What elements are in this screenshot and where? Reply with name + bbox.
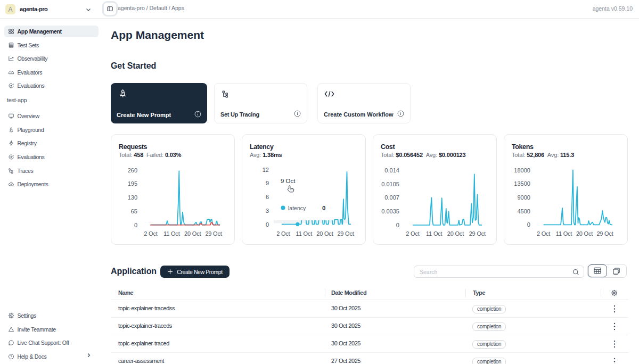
svg-text:0: 0	[396, 222, 399, 228]
svg-text:9: 9	[266, 180, 269, 186]
svg-text:4500: 4500	[517, 208, 530, 214]
svg-text:260: 260	[128, 167, 137, 173]
svg-text:0.0035: 0.0035	[381, 208, 399, 214]
svg-text:2 Oct: 2 Oct	[406, 230, 419, 237]
svg-text:2 Oct: 2 Oct	[144, 230, 157, 237]
svg-text:29 Oct: 29 Oct	[205, 230, 222, 237]
svg-text:2 Oct: 2 Oct	[537, 230, 550, 237]
svg-text:11 Oct: 11 Oct	[296, 230, 313, 237]
svg-text:195: 195	[128, 180, 137, 187]
svg-text:20 Oct: 20 Oct	[316, 230, 333, 237]
svg-text:0.0105: 0.0105	[381, 181, 399, 187]
svg-text:20 Oct: 20 Oct	[576, 230, 593, 237]
svg-text:latency: latency	[288, 205, 306, 211]
svg-text:130: 130	[128, 194, 137, 201]
svg-text:0: 0	[134, 222, 137, 228]
svg-text:11 Oct: 11 Oct	[556, 230, 572, 237]
svg-text:29 Oct: 29 Oct	[596, 230, 613, 237]
svg-text:18000: 18000	[514, 167, 530, 173]
svg-text:11 Oct: 11 Oct	[163, 230, 180, 237]
svg-text:3: 3	[266, 208, 269, 214]
svg-text:13500: 13500	[514, 180, 530, 187]
svg-text:29 Oct: 29 Oct	[469, 230, 486, 237]
svg-text:0.007: 0.007	[384, 194, 399, 201]
svg-text:65: 65	[131, 208, 137, 214]
svg-text:0: 0	[527, 221, 530, 228]
svg-text:9 Oct: 9 Oct	[281, 178, 296, 184]
svg-text:9000: 9000	[517, 194, 530, 201]
svg-text:20 Oct: 20 Oct	[447, 230, 464, 237]
svg-text:12: 12	[263, 167, 269, 173]
svg-text:0: 0	[266, 221, 269, 228]
svg-text:11 Oct: 11 Oct	[426, 230, 443, 237]
svg-text:2 Oct: 2 Oct	[276, 230, 290, 237]
svg-text:29 Oct: 29 Oct	[337, 230, 354, 237]
svg-text:20 Oct: 20 Oct	[184, 230, 201, 237]
svg-text:0: 0	[322, 205, 325, 211]
svg-text:0.014: 0.014	[384, 167, 399, 173]
svg-text:6: 6	[266, 194, 269, 200]
